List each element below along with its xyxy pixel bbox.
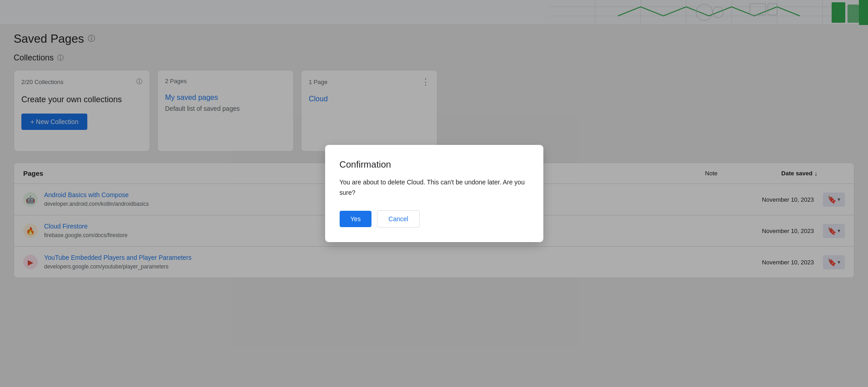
modal-body: You are about to delete Cloud. This can'… [340, 177, 529, 198]
confirmation-dialog: Confirmation You are about to delete Clo… [325, 145, 543, 242]
modal-title: Confirmation [340, 159, 529, 170]
yes-button[interactable]: Yes [340, 211, 372, 227]
modal-overlay: Confirmation You are about to delete Clo… [0, 0, 868, 387]
cancel-button[interactable]: Cancel [377, 210, 420, 228]
modal-actions: Yes Cancel [340, 210, 529, 228]
